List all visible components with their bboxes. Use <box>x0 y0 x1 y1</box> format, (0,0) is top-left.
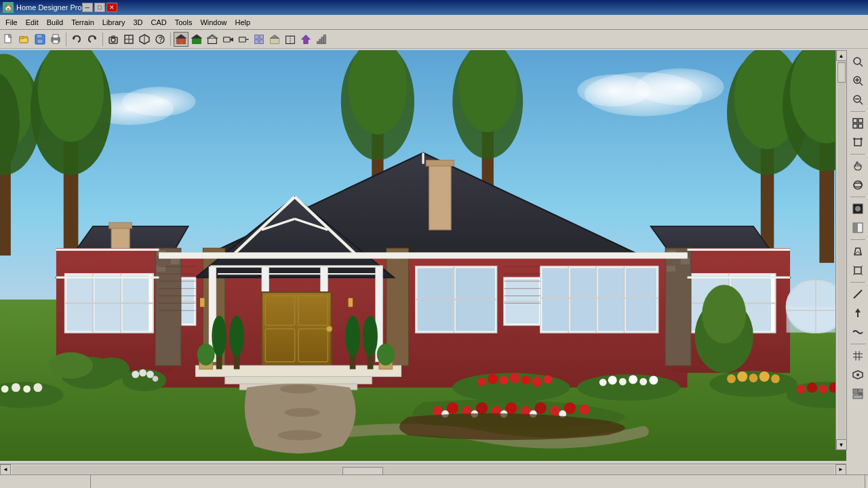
svg-rect-177 <box>157 258 169 264</box>
menu-build[interactable]: Build <box>43 17 67 28</box>
svg-rect-185 <box>681 258 690 264</box>
house-exterior-btn[interactable] <box>174 32 189 47</box>
exterior-color-btn[interactable] <box>189 32 204 47</box>
svg-rect-169 <box>626 268 656 331</box>
new-button[interactable] <box>1 32 16 47</box>
camera-3d-btn[interactable] <box>849 366 867 384</box>
camera-button[interactable] <box>106 32 121 47</box>
close-button[interactable]: ✕ <box>106 3 117 12</box>
view-ortho-btn[interactable] <box>849 262 867 279</box>
walkaround-btn[interactable] <box>236 32 251 47</box>
scroll-left-btn[interactable]: ◄ <box>0 464 11 475</box>
svg-marker-41 <box>302 35 311 43</box>
zoom-in-btn[interactable] <box>849 72 867 89</box>
svg-rect-294 <box>853 119 857 123</box>
horizontal-scrollbar[interactable]: ◄ ► <box>0 464 846 474</box>
svg-marker-29 <box>207 34 218 38</box>
render-partial-btn[interactable] <box>849 219 867 237</box>
svg-rect-25 <box>180 40 183 43</box>
stair-btn[interactable] <box>314 32 329 47</box>
svg-point-84 <box>122 87 195 116</box>
arrow-up-btn[interactable] <box>849 304 867 322</box>
svg-point-229 <box>649 375 658 384</box>
plan-view-btn[interactable] <box>252 32 267 47</box>
menu-tools[interactable]: Tools <box>171 17 197 28</box>
zoom-fit-btn[interactable] <box>849 53 867 70</box>
zoom-out-btn[interactable] <box>849 91 867 108</box>
status-left <box>3 475 91 488</box>
svg-point-219 <box>510 373 520 383</box>
svg-point-208 <box>212 316 226 357</box>
scroll-down-btn[interactable]: ▼ <box>836 439 847 450</box>
svg-point-225 <box>608 375 617 384</box>
3dview-button[interactable] <box>137 32 152 47</box>
svg-rect-37 <box>271 38 279 43</box>
svg-point-226 <box>619 378 627 386</box>
svg-rect-45 <box>323 35 326 43</box>
render-full-btn[interactable] <box>849 200 867 218</box>
fit-all-btn[interactable] <box>849 115 867 132</box>
roof-view-btn[interactable] <box>298 32 313 47</box>
svg-point-134 <box>326 326 332 332</box>
rtb-sep1 <box>850 111 865 112</box>
svg-rect-35 <box>255 39 259 43</box>
svg-marker-31 <box>230 37 233 41</box>
undo-button[interactable] <box>69 32 84 47</box>
camera-path-btn[interactable] <box>220 32 235 47</box>
maximize-button[interactable]: □ <box>94 3 105 12</box>
scroll-up-btn[interactable]: ▲ <box>836 50 847 61</box>
cross-section-btn[interactable] <box>283 32 298 47</box>
scroll-thumb-v[interactable] <box>837 62 846 83</box>
grid-snap-btn[interactable] <box>849 347 867 365</box>
scroll-right-btn[interactable]: ► <box>835 464 846 475</box>
svg-rect-4 <box>20 37 23 39</box>
view-persp-btn[interactable] <box>849 243 867 260</box>
menu-library[interactable]: Library <box>98 17 130 28</box>
svg-line-318 <box>854 290 862 298</box>
svg-point-264 <box>702 285 746 344</box>
orbit-btn[interactable] <box>849 176 867 194</box>
scroll-thumb-h[interactable] <box>342 467 383 475</box>
svg-line-286 <box>860 64 863 66</box>
fit-selection-btn[interactable] <box>849 134 867 151</box>
front-elev-btn[interactable] <box>267 32 282 47</box>
help-button[interactable]: ? <box>153 32 167 47</box>
wavy-line-btn[interactable] <box>849 323 867 341</box>
hand-pan-btn[interactable] <box>849 157 867 175</box>
svg-line-314 <box>853 266 854 267</box>
menu-edit[interactable]: Edit <box>22 17 43 28</box>
print-button[interactable] <box>48 32 63 47</box>
open-button[interactable] <box>17 32 32 47</box>
svg-rect-295 <box>859 119 863 123</box>
svg-rect-43 <box>319 39 321 43</box>
svg-point-194 <box>278 430 322 441</box>
svg-rect-327 <box>853 389 858 394</box>
svg-point-250 <box>476 402 488 413</box>
menu-cad[interactable]: CAD <box>146 17 170 28</box>
3d-viewport[interactable] <box>0 50 846 461</box>
svg-rect-178 <box>171 258 180 264</box>
rtb-sep3 <box>850 197 865 197</box>
redo-button[interactable] <box>85 32 100 47</box>
svg-point-231 <box>727 374 736 383</box>
menu-file[interactable]: File <box>1 17 22 28</box>
svg-point-252 <box>505 402 517 413</box>
svg-marker-38 <box>271 35 279 38</box>
menu-help[interactable]: Help <box>231 17 255 28</box>
vertical-scrollbar[interactable]: ▲ ▼ <box>835 50 846 450</box>
svg-point-237 <box>797 384 806 393</box>
toolbar-main: ? <box>0 30 868 49</box>
material-btn[interactable] <box>849 385 867 403</box>
save-button[interactable] <box>33 32 47 47</box>
svg-point-206 <box>377 344 395 365</box>
menu-3d[interactable]: 3D <box>129 17 146 28</box>
minimize-button[interactable]: ─ <box>82 3 93 12</box>
menu-terrain[interactable]: Terrain <box>67 17 98 28</box>
floorplan-button[interactable] <box>121 32 136 47</box>
svg-rect-298 <box>854 139 861 146</box>
draw-line-btn[interactable] <box>849 285 867 303</box>
svg-point-257 <box>579 405 589 415</box>
menu-window[interactable]: Window <box>196 17 231 28</box>
window-controls: ─ □ ✕ <box>82 3 117 12</box>
wireframe-btn[interactable] <box>205 32 220 47</box>
